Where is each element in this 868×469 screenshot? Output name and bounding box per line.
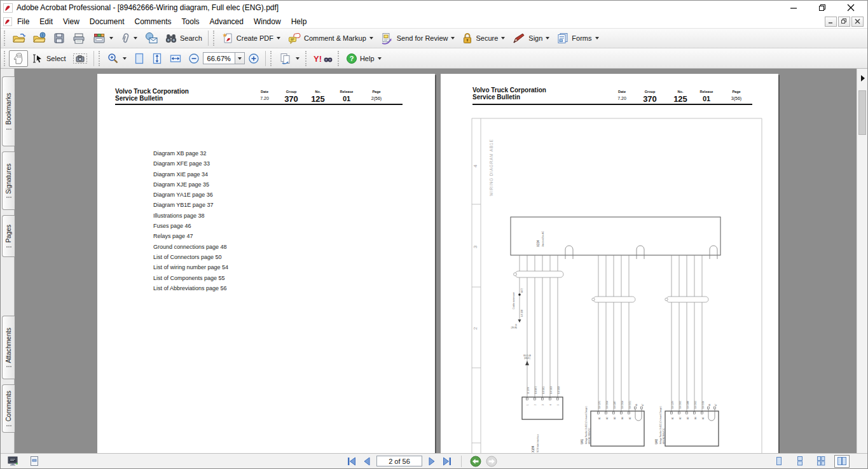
toolbar-grip[interactable]: [305, 51, 308, 66]
email-button[interactable]: [141, 30, 162, 46]
next-page-button[interactable]: [427, 456, 437, 466]
menu-document[interactable]: Document: [85, 16, 130, 27]
document-area[interactable]: Volvo Truck Corporation Service Bulletin…: [15, 69, 857, 453]
toc-item[interactable]: Relays page 47: [153, 231, 228, 241]
hand-tool-icon: [12, 52, 25, 65]
tab-signatures[interactable]: Signatures: [2, 151, 15, 210]
print-button[interactable]: [69, 30, 89, 46]
continuous-facing-button[interactable]: [813, 455, 829, 468]
toolbar-grip[interactable]: [270, 51, 273, 66]
tab-bookmarks-label: Bookmarks: [5, 93, 12, 125]
toc-item[interactable]: Diagram YB1E page 37: [153, 200, 228, 210]
yahoo-search-button[interactable]: Y!: [310, 52, 336, 66]
fit-height-button[interactable]: [148, 50, 166, 67]
continuous-button[interactable]: [792, 455, 808, 468]
send-for-review-button[interactable]: Send for Review: [377, 30, 459, 46]
page-display-button[interactable]: [275, 50, 303, 67]
fit-page-button[interactable]: [130, 50, 148, 67]
menu-help[interactable]: Help: [286, 16, 312, 27]
svg-text:B-0 2602: B-0 2602: [679, 400, 682, 409]
organizer-button[interactable]: [89, 30, 117, 46]
doc-restore-button[interactable]: [838, 17, 850, 27]
tab-pages-label: Pages: [5, 225, 12, 242]
zoom-out-button[interactable]: [185, 51, 203, 66]
secure-button[interactable]: Secure: [458, 30, 509, 46]
comment-markup-button[interactable]: Comment & Markup: [284, 30, 377, 46]
vertical-scrollbar[interactable]: [857, 69, 867, 454]
toc-item[interactable]: List of Abbreviations page 56: [153, 283, 228, 293]
hand-tool-button[interactable]: [9, 50, 28, 67]
snapshot-tool-button[interactable]: [69, 50, 91, 67]
toc-item[interactable]: List of wiring number page 54: [153, 262, 228, 272]
doc-status-icon[interactable]: [7, 456, 19, 466]
doc-close-button[interactable]: [851, 17, 864, 27]
tab-comments[interactable]: Comments: [2, 384, 15, 433]
forms-button[interactable]: Forms: [553, 30, 602, 46]
toc-item[interactable]: Diagram XJE page 35: [153, 179, 228, 190]
scrollbar-thumb[interactable]: [858, 90, 866, 135]
toolbar-grip[interactable]: [99, 51, 102, 66]
tab-bookmarks[interactable]: Bookmarks: [2, 76, 15, 146]
menu-view[interactable]: View: [58, 16, 85, 27]
menu-advanced[interactable]: Advanced: [205, 16, 249, 27]
tab-pages[interactable]: Pages: [2, 215, 15, 257]
menu-tools[interactable]: Tools: [177, 16, 205, 27]
fit-width-button[interactable]: [166, 50, 185, 67]
toc-item[interactable]: Illustrations page 38: [153, 211, 228, 221]
restore-button[interactable]: [808, 1, 836, 14]
page-layout-controls: [771, 455, 850, 468]
toolbar-grip[interactable]: [338, 51, 341, 66]
toc-item[interactable]: Ground connections page 48: [153, 242, 228, 252]
zoom-in-button[interactable]: [245, 51, 263, 66]
toc-item[interactable]: Diagram XIE page 34: [153, 169, 228, 179]
send-review-caret-icon: [450, 36, 455, 40]
page-size-icon[interactable]: [29, 456, 39, 466]
last-page-button[interactable]: [441, 456, 453, 466]
menu-file[interactable]: File: [12, 16, 34, 27]
first-page-button[interactable]: [346, 456, 357, 466]
save-button[interactable]: [50, 30, 69, 46]
doc-minimize-button[interactable]: [825, 17, 837, 27]
toc-item[interactable]: Fuses page 46: [153, 221, 228, 231]
menu-window[interactable]: Window: [249, 16, 286, 27]
previous-page-button[interactable]: [362, 456, 372, 466]
svg-text:A1: A1: [672, 417, 674, 419]
open-web-button[interactable]: [29, 30, 50, 46]
single-page-button[interactable]: [771, 455, 787, 468]
zoom-level-dropdown[interactable]: [235, 53, 244, 64]
toc-item[interactable]: Diagram YA1E page 36: [153, 190, 228, 200]
next-view-button[interactable]: [486, 456, 497, 467]
help-button[interactable]: ? Help: [343, 51, 385, 66]
menu-edit[interactable]: Edit: [34, 16, 58, 27]
toc-item[interactable]: List of Components page 55: [153, 273, 228, 283]
page-indicator-input[interactable]: 2 of 56: [376, 456, 422, 466]
toc-item[interactable]: List of Connectors page 50: [153, 252, 228, 262]
zoom-level-value[interactable]: 66.67%: [203, 55, 235, 62]
toc-item[interactable]: Diagram XFE page 33: [153, 158, 228, 169]
close-button[interactable]: [836, 1, 865, 14]
search-button[interactable]: Search: [162, 31, 205, 46]
svg-text:B-0 1391: B-0 1391: [598, 400, 601, 409]
comment-markup-icon: [287, 32, 301, 45]
zoom-level-combobox[interactable]: 66.67%: [203, 52, 245, 64]
pane-expand-icon[interactable]: [859, 74, 867, 83]
menu-comments[interactable]: Comments: [130, 16, 177, 27]
svg-text:B-8 2811: B-8 2811: [542, 386, 545, 394]
toolbar-grip[interactable]: [213, 31, 216, 46]
pdf-page-2: Volvo Truck Corporation Service Bulletin…: [97, 74, 435, 453]
toc-item[interactable]: Diagram XB page 32: [153, 148, 228, 158]
select-tool-button[interactable]: Select: [28, 51, 69, 66]
cable-extension: Cable extension AB72 B-8 1398 31 (2B.4B): [511, 288, 523, 329]
toolbar-grip[interactable]: [4, 51, 7, 66]
open-button[interactable]: [9, 30, 29, 46]
create-pdf-button[interactable]: Create PDF: [218, 30, 284, 46]
minimize-button[interactable]: [779, 1, 808, 14]
toolbar-grip[interactable]: [4, 31, 7, 46]
tab-attachments[interactable]: Attachments: [2, 316, 15, 379]
zoom-tool-button[interactable]: [104, 50, 130, 67]
sign-button[interactable]: Sign: [509, 30, 553, 46]
view-toolbar: Select: [1, 48, 867, 69]
facing-button[interactable]: [834, 455, 850, 468]
previous-view-button[interactable]: [470, 456, 481, 467]
attach-button[interactable]: [117, 30, 141, 46]
